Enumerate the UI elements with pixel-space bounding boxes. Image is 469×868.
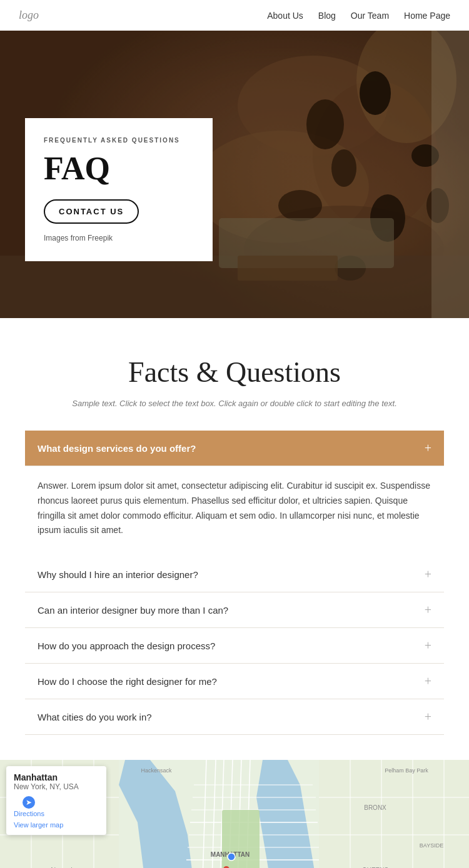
directions-icon: ➤ <box>23 796 35 809</box>
map-section: Newark MANHATTAN BRONX QUEENS BROOKLYN H… <box>0 760 469 868</box>
faq-question-1: Why should I hire an interior designer? <box>38 569 198 580</box>
faq-item-header-1[interactable]: Why should I hire an interior designer? … <box>25 557 444 592</box>
faq-item-header-5[interactable]: What cities do you work in? + <box>25 699 444 734</box>
faq-expand-icon-4: + <box>425 675 431 687</box>
faq-expand-icon-2: + <box>425 604 431 616</box>
svg-text:Pelham Bay Park: Pelham Bay Park <box>385 767 428 774</box>
hero-credit: Images from Freepik <box>44 234 191 242</box>
faq-answer: Answer. Lorem ipsum dolor sit amet, cons… <box>25 466 444 557</box>
hero-subtitle: FREQUENTLY ASKED QUESTIONS <box>44 137 191 144</box>
logo[interactable]: logo <box>19 9 39 22</box>
faq-question-active: What design services do you offer? <box>38 443 196 454</box>
navigation: logo About Us Blog Our Team Home Page <box>0 0 469 31</box>
svg-text:BAYSIDE: BAYSIDE <box>420 842 443 849</box>
map-popup: Manhattan New York, NY, USA ➤ Directions… <box>6 766 106 835</box>
svg-rect-44 <box>222 810 260 868</box>
faq-item-header-4[interactable]: How do I choose the right designer for m… <box>25 664 444 699</box>
faq-expand-icon-active: + <box>425 442 431 454</box>
faq-question-5: What cities do you work in? <box>38 712 152 722</box>
svg-point-76 <box>228 853 235 861</box>
svg-text:BRONX: BRONX <box>364 804 386 811</box>
faq-subtitle: Sample text. Click to select the text bo… <box>25 399 444 408</box>
faq-item-header-3[interactable]: How do you approach the design process? … <box>25 628 444 663</box>
faq-question-4: How do I choose the right designer for m… <box>38 676 217 687</box>
faq-title: Facts & Questions <box>25 356 444 389</box>
hero-card: FREQUENTLY ASKED QUESTIONS FAQ CONTACT U… <box>25 118 213 261</box>
nav-team[interactable]: Our Team <box>351 11 389 21</box>
faq-question-2: Can an interior designer buy more than I… <box>38 605 228 616</box>
faq-item-2[interactable]: Can an interior designer buy more than I… <box>25 592 444 628</box>
faq-item-header-active[interactable]: What design services do you offer? + <box>25 431 444 466</box>
map-location-title: Manhattan <box>14 772 99 782</box>
faq-item-active[interactable]: What design services do you offer? + <box>25 431 444 466</box>
hero-title: FAQ <box>44 150 191 187</box>
faq-question-3: How do you approach the design process? <box>38 641 215 651</box>
contact-button[interactable]: CONTACT US <box>44 199 139 224</box>
faq-item-4[interactable]: How do I choose the right designer for m… <box>25 664 444 699</box>
map-location-address: New York, NY, USA <box>14 782 99 791</box>
nav-home[interactable]: Home Page <box>404 11 450 21</box>
faq-item-3[interactable]: How do you approach the design process? … <box>25 628 444 664</box>
hero-section: FREQUENTLY ASKED QUESTIONS FAQ CONTACT U… <box>0 31 469 318</box>
nav-links: About Us Blog Our Team Home Page <box>267 10 450 21</box>
faq-item-5[interactable]: What cities do you work in? + <box>25 699 444 735</box>
faq-expand-icon-5: + <box>425 711 431 723</box>
nav-about[interactable]: About Us <box>267 11 303 21</box>
freepik-link[interactable]: Freepik <box>88 234 113 242</box>
faq-expand-icon-3: + <box>425 639 431 652</box>
faq-expand-icon-1: + <box>425 568 431 581</box>
svg-text:Hackensack: Hackensack <box>141 767 172 774</box>
faq-item-header-2[interactable]: Can an interior designer buy more than I… <box>25 592 444 627</box>
map-popup-actions: ➤ Directions <box>14 796 99 817</box>
svg-rect-53 <box>319 760 469 868</box>
faq-item-1[interactable]: Why should I hire an interior designer? … <box>25 557 444 592</box>
view-larger-map-link[interactable]: View larger map <box>14 821 99 829</box>
map-directions-button[interactable]: ➤ Directions <box>14 796 44 817</box>
nav-blog[interactable]: Blog <box>318 11 336 21</box>
faq-section: Facts & Questions Sample text. Click to … <box>0 318 469 760</box>
